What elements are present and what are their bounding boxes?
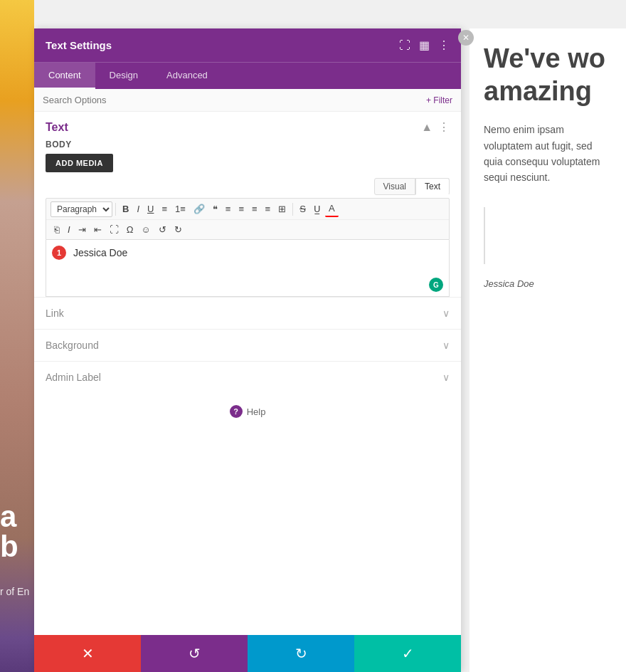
filter-button[interactable]: + Filter: [426, 95, 452, 105]
preview-divider: [484, 207, 485, 264]
bold-button[interactable]: B: [119, 201, 132, 216]
panel-header-icons: ⛶ ▦ ⋮: [399, 38, 450, 52]
cancel-button[interactable]: ✕: [34, 635, 141, 672]
emoji-button[interactable]: ☺: [137, 222, 154, 237]
background-label: Background: [46, 340, 99, 351]
format-select[interactable]: Paragraph: [51, 201, 112, 217]
align-right-button[interactable]: ≡: [248, 201, 261, 216]
panel-tabs: Content Design Advanced: [34, 62, 461, 89]
editor-tab-text[interactable]: Text: [415, 178, 450, 195]
color-button[interactable]: A: [325, 201, 339, 217]
redo-button[interactable]: ↻: [248, 635, 354, 672]
tab-content[interactable]: Content: [34, 63, 95, 89]
tab-advanced[interactable]: Advanced: [152, 63, 222, 89]
panel-title: Text Settings: [46, 39, 112, 51]
section-controls: ▲ ⋮: [421, 120, 450, 134]
search-bar: + Filter: [34, 89, 461, 112]
editor-tabs: Visual Text: [34, 178, 461, 198]
strikethrough-button[interactable]: S: [296, 201, 309, 216]
search-input[interactable]: [43, 95, 426, 105]
add-media-button[interactable]: ADD MEDIA: [46, 154, 113, 172]
align-justify-button[interactable]: ≡: [262, 201, 275, 216]
background-chevron-icon: ∨: [442, 340, 450, 351]
columns-icon[interactable]: ▦: [419, 38, 430, 52]
paste-button[interactable]: ⎗: [51, 222, 63, 237]
italic-button[interactable]: I: [133, 201, 143, 216]
underline2-button[interactable]: U̲: [310, 201, 324, 216]
help-button[interactable]: ? Help: [230, 405, 266, 418]
help-icon: ?: [230, 405, 243, 418]
align-center-button[interactable]: ≡: [235, 201, 248, 216]
toolbar-separator-2: [292, 203, 293, 216]
italic2-button[interactable]: I: [64, 222, 74, 237]
panel-header: Text Settings ⛶ ▦ ⋮: [34, 28, 461, 62]
body-label: Body: [34, 140, 461, 154]
ordered-list-button[interactable]: 1≡: [171, 201, 189, 216]
align-left-button[interactable]: ≡: [222, 201, 235, 216]
toolbar-separator: [115, 203, 116, 216]
right-preview: We've wo amazing Nemo enim ipsam volupta…: [469, 28, 626, 672]
table-button[interactable]: ⊞: [275, 201, 290, 216]
link-section[interactable]: Link ∨: [34, 297, 461, 329]
toolbar-row-2: ⎗ I ⇥ ⇤ ⛶ Ω ☺ ↺ ↻: [46, 220, 449, 239]
fullscreen-icon[interactable]: ⛶: [399, 39, 410, 52]
editor-content[interactable]: 1 Jessica Doe G: [46, 240, 450, 297]
editor-tab-visual[interactable]: Visual: [374, 178, 415, 195]
save-button[interactable]: ✓: [354, 635, 461, 672]
text-section-title: Text: [46, 121, 68, 134]
editor-toolbar: Paragraph B I U ≡ 1≡ 🔗 ❝ ≡ ≡ ≡ ≡ ⊞ S U̲ …: [46, 198, 450, 240]
help-label: Help: [247, 406, 266, 417]
help-section: ? Help: [34, 393, 461, 429]
left-strip-text-a: a b: [0, 502, 34, 562]
link-button[interactable]: 🔗: [190, 201, 208, 216]
tab-design[interactable]: Design: [95, 63, 152, 89]
preview-author: Jessica Doe: [484, 278, 612, 289]
undo-editor-button[interactable]: ↺: [155, 222, 170, 237]
left-image-strip: a b r of En: [0, 0, 34, 672]
unordered-list-button[interactable]: ≡: [158, 201, 171, 216]
indent-button[interactable]: ⇥: [75, 222, 90, 237]
toolbar-row-1: Paragraph B I U ≡ 1≡ 🔗 ❝ ≡ ≡ ≡ ≡ ⊞ S U̲ …: [46, 199, 449, 220]
preview-heading: We've wo amazing: [484, 43, 612, 107]
admin-label-section[interactable]: Admin Label ∨: [34, 361, 461, 393]
blockquote-button[interactable]: ❝: [209, 201, 221, 216]
action-bar: ✕ ↺ ↻ ✓: [34, 635, 461, 672]
text-settings-panel: Text Settings ⛶ ▦ ⋮ Content Design Advan…: [34, 28, 461, 672]
underline-button[interactable]: U: [144, 201, 157, 216]
undo-button[interactable]: ↺: [141, 635, 248, 672]
link-chevron-icon: ∨: [442, 308, 450, 319]
more-icon[interactable]: ⋮: [438, 120, 450, 134]
step-badge: 1: [52, 246, 66, 260]
outdent-button[interactable]: ⇤: [90, 222, 105, 237]
preview-body: Nemo enim ipsam voluptatem aut fugit, se…: [484, 122, 612, 186]
admin-label-chevron-icon: ∨: [442, 372, 450, 383]
fullscreen-editor-button[interactable]: ⛶: [106, 222, 122, 237]
more-options-icon[interactable]: ⋮: [438, 38, 450, 52]
grammarly-icon: G: [429, 278, 443, 292]
editor-author-text: Jessica Doe: [53, 247, 442, 258]
text-section-header: Text ▲ ⋮: [34, 112, 461, 140]
special-chars-button[interactable]: Ω: [123, 222, 137, 237]
left-strip-text-b: r of En: [0, 586, 29, 597]
panel-body: Text ▲ ⋮ Body ADD MEDIA Visual Text Para…: [34, 112, 461, 635]
close-preview-button[interactable]: ✕: [458, 30, 474, 46]
background-section[interactable]: Background ∨: [34, 329, 461, 361]
collapse-icon[interactable]: ▲: [421, 121, 433, 134]
link-label: Link: [46, 308, 64, 319]
admin-label-text: Admin Label: [46, 372, 101, 383]
redo-editor-button[interactable]: ↻: [171, 222, 186, 237]
